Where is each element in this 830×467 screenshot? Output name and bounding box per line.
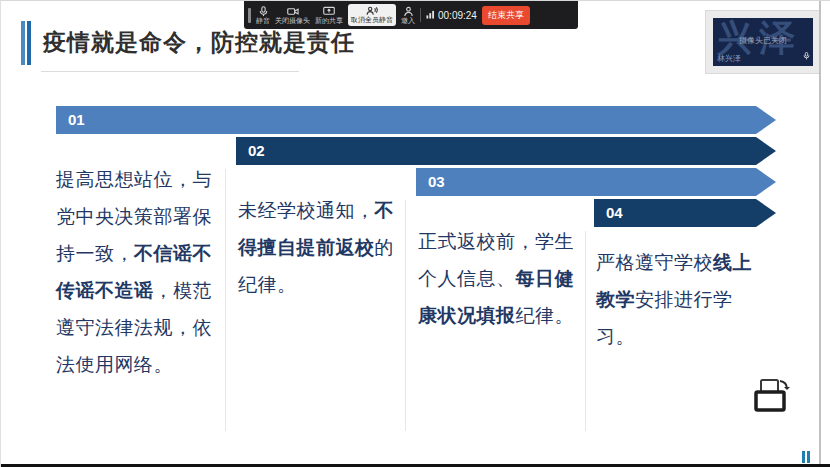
share-screen-icon [323,6,335,17]
invite-label: 邀入 [401,17,415,25]
column-divider [405,200,406,431]
slide-text-02: 未经学校通知，不得擅自提前返校的纪律。 [238,192,404,303]
invite-button[interactable]: 邀入 [401,6,415,25]
column-divider [585,231,586,431]
unmute-all-label: 取消全员静音 [351,16,393,24]
title-accent-bars [21,21,33,65]
camera-off-label: 关闭摄像头 [275,17,310,25]
participant-name: 林兴泽 [717,53,741,64]
camera-icon [287,6,299,17]
banner-04: 04 [594,199,776,227]
banner-01: 01 [56,106,776,134]
new-share-button[interactable]: 新的共享 [315,6,343,25]
banner-number: 04 [594,199,776,227]
screen-share-view: 疫情就是命令，防控就是责任 01 02 03 04 提高思想站位，与党中央决策部… [0,0,830,467]
timer-value: 00:09:24 [438,10,477,21]
meeting-timer: 00:09:24 [426,10,477,21]
footer-accent-bars [802,451,811,463]
new-share-label: 新的共享 [315,17,343,25]
mute-button[interactable]: 静音 [256,6,270,25]
banner-02: 02 [236,137,776,165]
banner-number: 03 [416,168,776,196]
participant-video-tile[interactable]: 兴泽 摄像头已关闭 林兴泽 [713,18,813,66]
column-divider [225,169,226,431]
title-underline [41,71,299,72]
toolbar-drag-handle[interactable] [248,8,251,23]
camera-off-status: 摄像头已关闭 [713,35,813,46]
banner-number: 01 [56,106,776,134]
text-segment: 严格遵守学校 [596,252,713,273]
microphone-icon [258,6,269,17]
end-share-button[interactable]: 结束共享 [482,6,530,25]
toolbar-separator [420,8,421,22]
video-tile-frame: 兴泽 摄像头已关闭 林兴泽 [705,10,821,74]
right-border-line [819,1,821,464]
text-segment: 未经学校通知， [238,200,375,221]
network-signal-icon [426,10,435,21]
participant-mic-icon [803,46,810,64]
slide-title: 疫情就是命令，防控就是责任 [43,27,355,58]
unmute-all-button[interactable]: 取消全员静音 [348,4,396,26]
unmute-all-icon [366,6,378,16]
camera-off-button[interactable]: 关闭摄像头 [275,6,310,25]
mute-label: 静音 [256,17,270,25]
text-segment: 纪律。 [516,305,575,326]
invite-icon [403,6,414,17]
meeting-toolbar: 静音 关闭摄像头 新的共享 [244,1,578,29]
banner-03: 03 [416,168,776,196]
slide-text-03: 正式返校前，学生个人信息、每日健康状况填报纪律。 [418,223,582,334]
slide-text-04: 严格遵守学校线上教学安排进行学习。 [596,244,768,355]
rotate-screen-icon[interactable] [753,377,795,421]
banner-number: 02 [236,137,776,165]
slide-text-01: 提高思想站位，与党中央决策部署保持一致，不信谣不传谣不造谣，模范遵守法律法规，依… [56,161,222,383]
